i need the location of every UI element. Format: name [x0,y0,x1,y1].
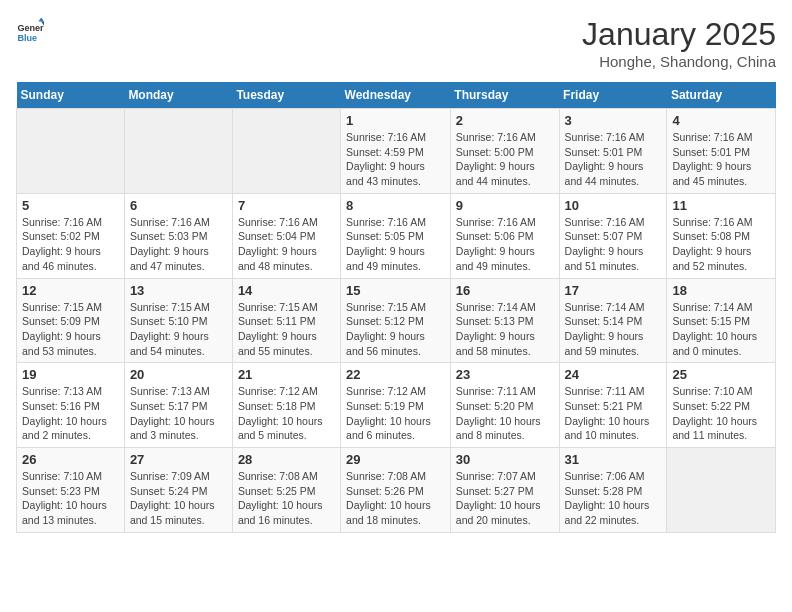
day-of-week-header: Tuesday [232,82,340,109]
calendar-cell: 16Sunrise: 7:14 AM Sunset: 5:13 PM Dayli… [450,278,559,363]
calendar-cell: 9Sunrise: 7:16 AM Sunset: 5:06 PM Daylig… [450,193,559,278]
calendar-cell: 19Sunrise: 7:13 AM Sunset: 5:16 PM Dayli… [17,363,125,448]
day-number: 27 [130,452,227,467]
day-number: 14 [238,283,335,298]
day-of-week-header: Sunday [17,82,125,109]
day-info: Sunrise: 7:08 AM Sunset: 5:26 PM Dayligh… [346,469,445,528]
day-info: Sunrise: 7:15 AM Sunset: 5:11 PM Dayligh… [238,300,335,359]
calendar-cell: 1Sunrise: 7:16 AM Sunset: 4:59 PM Daylig… [341,109,451,194]
calendar-cell: 18Sunrise: 7:14 AM Sunset: 5:15 PM Dayli… [667,278,776,363]
day-number: 12 [22,283,119,298]
calendar-table: SundayMondayTuesdayWednesdayThursdayFrid… [16,82,776,533]
day-number: 20 [130,367,227,382]
location-subtitle: Honghe, Shandong, China [582,53,776,70]
day-number: 25 [672,367,770,382]
day-info: Sunrise: 7:09 AM Sunset: 5:24 PM Dayligh… [130,469,227,528]
day-info: Sunrise: 7:14 AM Sunset: 5:15 PM Dayligh… [672,300,770,359]
calendar-cell: 11Sunrise: 7:16 AM Sunset: 5:08 PM Dayli… [667,193,776,278]
day-number: 26 [22,452,119,467]
day-number: 9 [456,198,554,213]
calendar-cell: 7Sunrise: 7:16 AM Sunset: 5:04 PM Daylig… [232,193,340,278]
day-number: 7 [238,198,335,213]
calendar-cell: 22Sunrise: 7:12 AM Sunset: 5:19 PM Dayli… [341,363,451,448]
day-info: Sunrise: 7:14 AM Sunset: 5:13 PM Dayligh… [456,300,554,359]
svg-text:Blue: Blue [17,33,37,43]
title-block: January 2025 Honghe, Shandong, China [582,16,776,70]
logo: General Blue General Blue [16,16,48,44]
day-of-week-header: Thursday [450,82,559,109]
calendar-week-row: 12Sunrise: 7:15 AM Sunset: 5:09 PM Dayli… [17,278,776,363]
day-number: 1 [346,113,445,128]
day-number: 6 [130,198,227,213]
calendar-cell [232,109,340,194]
day-number: 21 [238,367,335,382]
calendar-cell: 12Sunrise: 7:15 AM Sunset: 5:09 PM Dayli… [17,278,125,363]
calendar-week-row: 26Sunrise: 7:10 AM Sunset: 5:23 PM Dayli… [17,448,776,533]
calendar-cell: 23Sunrise: 7:11 AM Sunset: 5:20 PM Dayli… [450,363,559,448]
day-info: Sunrise: 7:10 AM Sunset: 5:23 PM Dayligh… [22,469,119,528]
day-info: Sunrise: 7:15 AM Sunset: 5:12 PM Dayligh… [346,300,445,359]
day-info: Sunrise: 7:16 AM Sunset: 5:01 PM Dayligh… [672,130,770,189]
day-number: 30 [456,452,554,467]
calendar-cell: 13Sunrise: 7:15 AM Sunset: 5:10 PM Dayli… [124,278,232,363]
day-number: 8 [346,198,445,213]
day-number: 18 [672,283,770,298]
day-number: 28 [238,452,335,467]
day-number: 2 [456,113,554,128]
day-info: Sunrise: 7:16 AM Sunset: 5:02 PM Dayligh… [22,215,119,274]
calendar-cell: 5Sunrise: 7:16 AM Sunset: 5:02 PM Daylig… [17,193,125,278]
calendar-cell: 8Sunrise: 7:16 AM Sunset: 5:05 PM Daylig… [341,193,451,278]
calendar-cell: 24Sunrise: 7:11 AM Sunset: 5:21 PM Dayli… [559,363,667,448]
calendar-cell: 27Sunrise: 7:09 AM Sunset: 5:24 PM Dayli… [124,448,232,533]
day-info: Sunrise: 7:16 AM Sunset: 5:06 PM Dayligh… [456,215,554,274]
day-number: 19 [22,367,119,382]
calendar-cell: 30Sunrise: 7:07 AM Sunset: 5:27 PM Dayli… [450,448,559,533]
day-number: 5 [22,198,119,213]
page-header: General Blue General Blue January 2025 H… [16,16,776,70]
calendar-cell: 29Sunrise: 7:08 AM Sunset: 5:26 PM Dayli… [341,448,451,533]
day-info: Sunrise: 7:06 AM Sunset: 5:28 PM Dayligh… [565,469,662,528]
day-info: Sunrise: 7:16 AM Sunset: 4:59 PM Dayligh… [346,130,445,189]
day-info: Sunrise: 7:13 AM Sunset: 5:17 PM Dayligh… [130,384,227,443]
day-number: 4 [672,113,770,128]
calendar-cell [124,109,232,194]
day-of-week-header: Wednesday [341,82,451,109]
day-number: 23 [456,367,554,382]
day-info: Sunrise: 7:11 AM Sunset: 5:20 PM Dayligh… [456,384,554,443]
calendar-cell: 28Sunrise: 7:08 AM Sunset: 5:25 PM Dayli… [232,448,340,533]
day-number: 17 [565,283,662,298]
calendar-cell: 31Sunrise: 7:06 AM Sunset: 5:28 PM Dayli… [559,448,667,533]
day-info: Sunrise: 7:15 AM Sunset: 5:09 PM Dayligh… [22,300,119,359]
calendar-cell [17,109,125,194]
day-number: 3 [565,113,662,128]
day-number: 16 [456,283,554,298]
day-of-week-header: Saturday [667,82,776,109]
day-info: Sunrise: 7:16 AM Sunset: 5:05 PM Dayligh… [346,215,445,274]
day-info: Sunrise: 7:13 AM Sunset: 5:16 PM Dayligh… [22,384,119,443]
day-number: 22 [346,367,445,382]
day-info: Sunrise: 7:12 AM Sunset: 5:19 PM Dayligh… [346,384,445,443]
day-info: Sunrise: 7:16 AM Sunset: 5:03 PM Dayligh… [130,215,227,274]
day-number: 31 [565,452,662,467]
calendar-cell: 3Sunrise: 7:16 AM Sunset: 5:01 PM Daylig… [559,109,667,194]
calendar-week-row: 1Sunrise: 7:16 AM Sunset: 4:59 PM Daylig… [17,109,776,194]
day-info: Sunrise: 7:10 AM Sunset: 5:22 PM Dayligh… [672,384,770,443]
calendar-cell: 4Sunrise: 7:16 AM Sunset: 5:01 PM Daylig… [667,109,776,194]
calendar-cell: 25Sunrise: 7:10 AM Sunset: 5:22 PM Dayli… [667,363,776,448]
calendar-cell: 6Sunrise: 7:16 AM Sunset: 5:03 PM Daylig… [124,193,232,278]
calendar-cell: 20Sunrise: 7:13 AM Sunset: 5:17 PM Dayli… [124,363,232,448]
day-info: Sunrise: 7:16 AM Sunset: 5:00 PM Dayligh… [456,130,554,189]
calendar-cell: 15Sunrise: 7:15 AM Sunset: 5:12 PM Dayli… [341,278,451,363]
day-number: 15 [346,283,445,298]
calendar-cell: 17Sunrise: 7:14 AM Sunset: 5:14 PM Dayli… [559,278,667,363]
logo-icon: General Blue [16,16,44,44]
day-number: 24 [565,367,662,382]
calendar-cell: 10Sunrise: 7:16 AM Sunset: 5:07 PM Dayli… [559,193,667,278]
day-info: Sunrise: 7:07 AM Sunset: 5:27 PM Dayligh… [456,469,554,528]
day-info: Sunrise: 7:16 AM Sunset: 5:08 PM Dayligh… [672,215,770,274]
calendar-week-row: 5Sunrise: 7:16 AM Sunset: 5:02 PM Daylig… [17,193,776,278]
day-number: 13 [130,283,227,298]
day-info: Sunrise: 7:16 AM Sunset: 5:04 PM Dayligh… [238,215,335,274]
calendar-cell: 26Sunrise: 7:10 AM Sunset: 5:23 PM Dayli… [17,448,125,533]
day-of-week-header: Friday [559,82,667,109]
